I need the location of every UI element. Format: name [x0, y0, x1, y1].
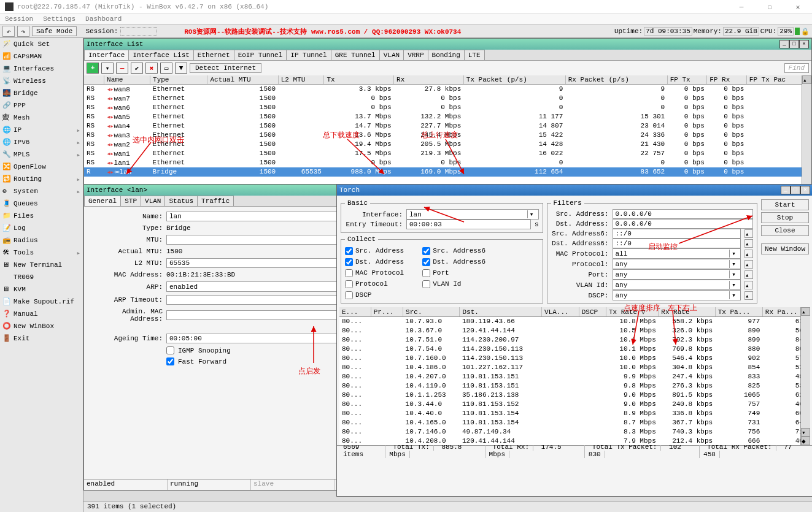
table-row[interactable]: RSwan6Ethernet15000 bps0 bps000 bps0 bps — [84, 103, 811, 112]
max-icon[interactable]: □ — [789, 40, 799, 48]
column-header[interactable]: Tx Packet (p/s) — [463, 75, 565, 85]
dlg-tab-status[interactable]: Status — [164, 196, 198, 206]
menu-session[interactable]: Session — [5, 15, 33, 23]
torch-row[interactable]: 80...10.4.207.0110.81.153.1519.9 Mbps247… — [339, 372, 810, 381]
undo-button[interactable]: ↶ — [2, 26, 15, 37]
dlg-tab-traffic[interactable]: Traffic — [197, 196, 234, 206]
torch-row[interactable]: 80...10.4.208.0120.41.44.1447.9 Mbps212.… — [339, 437, 810, 446]
sidebar-item-system[interactable]: ⚙System▸ — [0, 185, 83, 197]
torch-row[interactable]: 80...10.7.54.0114.230.150.11310.1 Mbps76… — [339, 345, 810, 354]
column-header[interactable]: Name — [104, 75, 150, 85]
sidebar-item-radius[interactable]: 📻Radius — [0, 234, 83, 246]
cb-dst-address[interactable] — [345, 258, 353, 266]
cb-vlan-id[interactable] — [422, 280, 430, 288]
torch-column-header[interactable]: Tx Pa... — [715, 307, 762, 317]
tab-vlan[interactable]: VLAN — [379, 50, 404, 60]
tab-interface[interactable]: Interface — [84, 50, 129, 60]
tab-vrrp[interactable]: VRRP — [403, 50, 428, 60]
dst-address6-input[interactable] — [613, 239, 741, 248]
sidebar-item-ipv6[interactable]: 🌐IPv6▸ — [0, 136, 83, 148]
close-button[interactable]: ✕ — [784, 0, 812, 13]
igmp-checkbox[interactable] — [166, 346, 174, 354]
sidebar-item-mpls[interactable]: 🔧MPLS▸ — [0, 148, 83, 161]
menu-dashboard[interactable]: Dashboard — [85, 15, 122, 23]
tab-gre-tunnel[interactable]: GRE Tunnel — [331, 50, 380, 60]
min-icon[interactable]: _ — [779, 40, 789, 48]
column-header[interactable]: Tx — [324, 75, 394, 85]
sidebar-item-openflow[interactable]: 🔀OpenFlow — [0, 161, 83, 173]
dropdown-button[interactable]: ▾ — [101, 63, 114, 74]
table-row[interactable]: RSwan7Ethernet15000 bps0 bps000 bps0 bps — [84, 94, 811, 103]
torch-row[interactable]: 80...10.4.119.0110.81.153.1519.8 Mbps276… — [339, 381, 810, 391]
arp-timeout-input[interactable] — [166, 295, 360, 305]
column-header[interactable]: L2 MTU — [278, 75, 324, 85]
torch-stop-button[interactable]: Stop — [761, 212, 809, 223]
cb-protocol[interactable] — [345, 280, 353, 288]
mtu-input[interactable] — [166, 235, 360, 245]
torch-column-header[interactable]: Tx Rate ▽ — [606, 307, 658, 317]
cb-port[interactable] — [422, 269, 430, 277]
sidebar-item-routing[interactable]: 🔁Routing▸ — [0, 173, 83, 185]
dscp-combo[interactable]: any▾ — [613, 290, 741, 300]
sidebar-item-bridge[interactable]: 🌉Bridge — [0, 87, 83, 99]
column-header[interactable]: FP Rx — [707, 75, 747, 85]
table-row[interactable]: RSwan2Ethernet150019.4 Mbps205.5 Mbps14 … — [84, 140, 811, 149]
fast-forward-checkbox[interactable] — [166, 357, 174, 365]
dst-address-input[interactable] — [613, 219, 754, 229]
disable-button[interactable]: ✖ — [145, 63, 158, 74]
sidebar-item-wireless[interactable]: 📡Wireless — [0, 75, 83, 87]
dlg-tab-vlan[interactable]: VLAN — [141, 196, 165, 206]
enable-button[interactable]: ✔ — [131, 63, 143, 74]
mac-protocol-combo[interactable]: all▾ — [613, 248, 741, 259]
torch-table[interactable]: E...Pr...Src.Dst.VLA...DSCPTx Rate ▽Rx R… — [339, 307, 810, 445]
srca6-expand-icon[interactable]: ▴ — [744, 229, 753, 238]
port-combo[interactable]: any▾ — [613, 269, 741, 280]
sidebar-item-manual[interactable]: ❓Manual — [0, 308, 83, 320]
filter-button[interactable]: ▼ — [175, 63, 187, 74]
column-header[interactable]: FP Tx — [667, 75, 707, 85]
cb-dscp[interactable] — [345, 291, 353, 299]
sidebar-item-tools[interactable]: 🛠Tools▸ — [0, 246, 83, 259]
protocol-combo[interactable]: any▾ — [613, 259, 741, 269]
table-row[interactable]: RSlan1Ethernet15000 bps0 bps000 bps0 bps — [84, 158, 811, 167]
cb-src-address6[interactable] — [422, 247, 430, 255]
detect-internet-button[interactable]: Detect Internet — [190, 63, 261, 73]
cb-src-address[interactable] — [345, 247, 353, 255]
vlan-expand-icon[interactable]: ▴ — [744, 281, 753, 289]
torch-row[interactable]: 80...10.7.51.0114.230.200.9710.1 Mbps792… — [339, 335, 810, 345]
torch-close-button[interactable]: Close — [761, 225, 809, 236]
sidebar-item-new-terminal[interactable]: 🖥New Terminal — [0, 259, 83, 271]
sidebar-item-tr069[interactable]: TR069 — [0, 271, 83, 283]
torch-start-button[interactable]: Start — [761, 199, 809, 210]
torch-row[interactable]: 80...10.7.93.0180.119.43.6610.8 Mbps558.… — [339, 317, 810, 326]
arp-combo[interactable]: enabled▾ — [166, 281, 360, 292]
sidebar-item-exit[interactable]: 🚪Exit — [0, 332, 83, 345]
sidebar-item-new-winbox[interactable]: ⭕New WinBox — [0, 320, 83, 332]
sidebar-item-make-supout-rif[interactable]: 📄Make Supout.rif — [0, 296, 83, 308]
torch-new-window-button[interactable]: New Window — [761, 243, 809, 254]
tab-ethernet[interactable]: Ethernet — [193, 50, 234, 60]
sidebar-item-kvm[interactable]: 🖥KVM — [0, 283, 83, 296]
torch-column-header[interactable]: DSCP — [579, 307, 606, 317]
sidebar-item-capsman[interactable]: 📶CAPsMAN — [0, 50, 83, 63]
sidebar-item-quick-set[interactable]: 🪄Quick Set — [0, 38, 83, 50]
torch-row[interactable]: 80...10.3.67.0120.41.44.14410.5 Mbps326.… — [339, 326, 810, 335]
remove-button[interactable]: — — [116, 63, 128, 74]
tab-eoip-tunnel[interactable]: EoIP Tunnel — [234, 50, 287, 60]
torch-column-header[interactable]: VLA... — [542, 307, 579, 317]
torch-row[interactable]: 80...10.4.186.0101.227.162.11710.0 Mbps3… — [339, 363, 810, 372]
torch-row[interactable]: 80...10.7.146.049.87.149.348.3 Mbps740.3… — [339, 427, 810, 437]
dscp-expand-icon[interactable]: ▴ — [744, 291, 753, 300]
add-button[interactable]: + — [87, 63, 99, 74]
table-row[interactable]: RSwan8Ethernet15003.3 kbps27.8 kbps990 b… — [84, 85, 811, 94]
interface-table[interactable]: NameTypeActual MTUL2 MTUTxRxTx Packet (p… — [84, 75, 811, 177]
column-header[interactable] — [84, 75, 104, 85]
sidebar-item-log[interactable]: 📝Log — [0, 222, 83, 234]
tab-lte[interactable]: LTE — [464, 50, 485, 60]
redo-button[interactable]: ↷ — [17, 26, 29, 37]
torch-titlebar[interactable]: Torch _□× — [337, 185, 812, 196]
torch-row[interactable]: 80...10.4.40.0110.81.153.1548.9 Mbps336.… — [339, 409, 810, 418]
torch-column-header[interactable]: Dst. — [460, 307, 542, 317]
sidebar-item-files[interactable]: 📁Files — [0, 210, 83, 222]
maximize-button[interactable]: ☐ — [756, 0, 784, 13]
